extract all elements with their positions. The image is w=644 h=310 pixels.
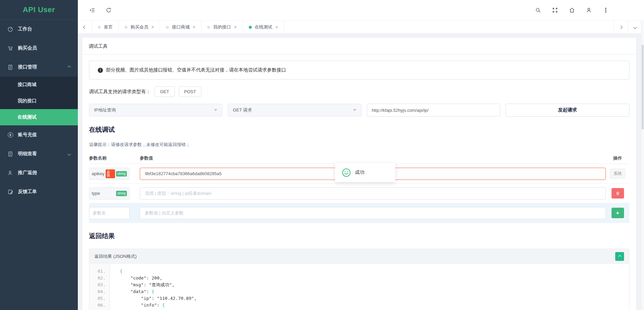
code-line: "msg": "查询成功", <box>110 282 175 288</box>
api-select-value: IP地址查询 <box>94 107 116 113</box>
tab-label: 我的接口 <box>213 24 231 30</box>
tab-dot <box>166 26 169 29</box>
close-icon[interactable]: × <box>275 25 278 29</box>
refresh-icon[interactable] <box>103 4 114 16</box>
sidebar-item-recharge[interactable]: ¥ 账号充值 <box>0 125 78 144</box>
sidebar-item-online-test[interactable]: 在线测试 <box>0 109 78 125</box>
column-param-name: 参数名称 <box>89 155 140 161</box>
result-title: 返回结果 <box>89 232 629 241</box>
param-table-header: 参数名称 参数值 操作 <box>89 152 629 164</box>
tab-my-api[interactable]: 我的接口 × <box>201 21 243 34</box>
column-action: 操作 <box>606 155 629 161</box>
get-button[interactable]: GET <box>155 86 175 97</box>
delete-row-button[interactable] <box>612 188 624 199</box>
tabs-scroll-left-button[interactable] <box>78 21 92 34</box>
person-icon <box>7 170 13 176</box>
search-icon[interactable] <box>532 4 544 16</box>
close-icon[interactable]: × <box>151 25 154 29</box>
custom-param-value-input[interactable] <box>140 207 606 219</box>
document-icon <box>7 64 13 70</box>
cart-icon <box>7 45 13 51</box>
post-button[interactable]: POST <box>179 86 201 97</box>
scrollbar-thumb[interactable] <box>642 45 644 129</box>
result-panel: 返回结果 (JSON格式) 01.{ 02. "code": 200, 03. … <box>89 249 629 310</box>
chevron-up-icon <box>618 255 621 258</box>
notice-alert: ! 部分视频、图片或其他接口报错、空值并不代表无法对接，请在本地尝试请求参数接口 <box>89 61 629 80</box>
alert-text: 部分视频、图片或其他接口报错、空值并不代表无法对接，请在本地尝试请求参数接口 <box>106 67 286 73</box>
close-icon[interactable]: × <box>193 25 195 29</box>
method-select-value: GET 请求 <box>233 107 252 113</box>
sidebar-item-label: 工作台 <box>18 26 32 32</box>
tab-dot <box>125 26 128 29</box>
type-value-input[interactable] <box>140 187 606 200</box>
column-param-value: 参数值 <box>140 155 606 161</box>
tab-api-shop[interactable]: 接口商城 × <box>160 21 201 34</box>
sidebar-item-label: 账号充值 <box>18 132 37 138</box>
sidebar-item-api-shop[interactable]: 接口商城 <box>0 77 78 93</box>
sidebar-item-my-api[interactable]: 我的接口 <box>0 93 78 109</box>
sidebar-item-detail-view[interactable]: 明细查看 <box>0 144 78 163</box>
tab-dot <box>249 26 252 29</box>
sidebar-item-promotion[interactable]: 推广返佣 <box>0 163 78 182</box>
send-request-button[interactable]: 发起请求 <box>506 104 629 117</box>
close-icon[interactable]: × <box>234 25 237 29</box>
add-row-button[interactable]: + <box>612 208 624 218</box>
main-area: 首页 购买会员 × 接口商城 × 我的接口 × 在线测试 × 调试工具 <box>78 0 644 310</box>
sidebar-item-label: 我的接口 <box>18 98 37 104</box>
param-row-custom: + <box>89 203 629 223</box>
sidebar-item-buy-vip[interactable]: 购买会员 <box>0 39 78 58</box>
tabs-scroll-right-button[interactable] <box>614 21 628 34</box>
caret-down-icon <box>214 109 217 111</box>
fullscreen-icon[interactable] <box>549 4 561 16</box>
request-controls: IP地址查询 GET 请求 发起请求 <box>89 104 629 117</box>
code-line: "code": 200, <box>110 275 162 282</box>
more-menu-icon[interactable] <box>600 4 612 16</box>
document-icon <box>7 151 13 157</box>
tabs-menu-button[interactable] <box>628 21 642 34</box>
result-panel-title: 返回结果 (JSON格式) <box>94 253 137 260</box>
tab-buy-vip[interactable]: 购买会员 × <box>119 21 160 34</box>
smiley-icon <box>342 168 351 177</box>
tab-online-test[interactable]: 在线测试 × <box>243 21 284 34</box>
sidebar-item-workbench[interactable]: 工作台 <box>0 20 78 39</box>
code-line: "en_name": "China", <box>110 309 202 310</box>
caret-down-icon <box>353 109 356 111</box>
line-number: 03. <box>89 282 110 288</box>
collapse-sidebar-icon[interactable] <box>87 4 98 16</box>
sidebar-item-api-manage[interactable]: 接口管理 <box>0 58 78 77</box>
sidebar-item-label: 在线测试 <box>18 114 37 120</box>
sidebar: API User 工作台 购买会员 接口管理 接口商城 我的接口 在线测试 ¥ … <box>0 0 78 310</box>
custom-param-name-input[interactable] <box>89 207 130 219</box>
url-input[interactable] <box>372 108 495 113</box>
trash-icon <box>616 191 620 195</box>
user-icon[interactable] <box>583 4 595 16</box>
system-tag: 系统 <box>610 169 625 179</box>
topbar <box>78 0 644 20</box>
url-input-wrapper <box>367 104 500 117</box>
sidebar-item-feedback[interactable]: 反馈工单 <box>0 182 78 201</box>
sidebar-item-label: 推广返佣 <box>18 170 37 176</box>
param-name: type <box>92 191 100 196</box>
line-number: 05. <box>89 295 110 302</box>
success-toast: 成功 <box>335 163 395 182</box>
param-row-type: type string <box>89 184 629 203</box>
card-title: 调试工具 <box>82 38 636 55</box>
api-select[interactable]: IP地址查询 <box>89 104 222 117</box>
tab-dot <box>98 26 101 29</box>
dashboard-icon <box>7 26 13 32</box>
param-name-box: apikey 必填 string <box>89 168 130 180</box>
collapse-panel-button[interactable] <box>615 252 624 261</box>
method-select[interactable]: GET 请求 <box>228 104 361 117</box>
tab-home[interactable]: 首页 <box>92 21 119 34</box>
code-line: "data": { <box>110 288 154 295</box>
page-scrollbar[interactable] <box>641 20 644 310</box>
tab-dot <box>207 26 210 29</box>
sidebar-item-label: 明细查看 <box>18 151 37 157</box>
card-body: ! 部分视频、图片或其他接口报错、空值并不代表无法对接，请在本地尝试请求参数接口… <box>82 55 636 310</box>
home-icon[interactable] <box>566 4 578 16</box>
type-badge: string <box>116 171 127 177</box>
tabbar-spacer <box>284 21 614 34</box>
sidebar-item-label: 接口管理 <box>18 64 37 70</box>
tabbar: 首页 购买会员 × 接口商城 × 我的接口 × 在线测试 × <box>78 20 644 34</box>
toast-text: 成功 <box>355 169 364 175</box>
